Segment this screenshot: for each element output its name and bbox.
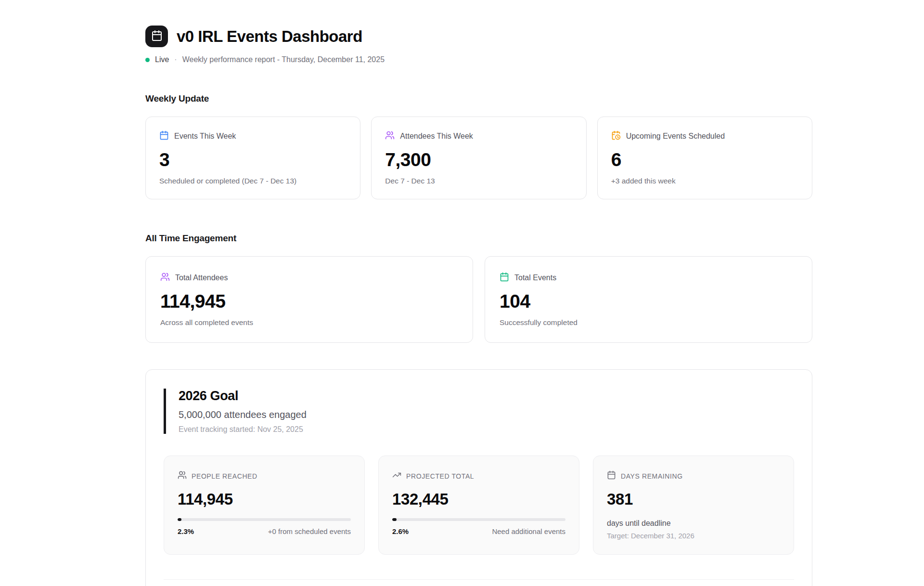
stat-label: DAYS REMAINING: [621, 472, 683, 480]
projected-total-card: PROJECTED TOTAL 132,445 2.6% Need additi…: [378, 456, 579, 555]
weekly-update-heading: Weekly Update: [145, 93, 812, 104]
days-until-deadline: days until deadline: [607, 519, 780, 528]
users-icon: [160, 272, 170, 284]
people-reached-card: PEOPLE REACHED 114,945 2.3% +0 from sche…: [164, 456, 365, 555]
goal-tracking-date: Event tracking started: Nov 25, 2025: [179, 425, 794, 434]
calendar-icon: [159, 130, 169, 142]
card-subtext: Across all completed events: [160, 318, 458, 327]
stat-label: PEOPLE REACHED: [192, 472, 257, 480]
card-subtext: +3 added this week: [611, 177, 798, 185]
card-value: 114,945: [160, 291, 458, 312]
deadline-target: Target: December 31, 2026: [607, 532, 780, 540]
goal-title: 2026 Goal: [179, 389, 794, 404]
card-value: 104: [500, 291, 797, 312]
card-subtext: Dec 7 - Dec 13: [385, 177, 572, 185]
card-value: 7,300: [385, 149, 572, 170]
trending-up-icon: [392, 470, 401, 482]
progress-bar: [392, 518, 565, 521]
card-label: Total Events: [514, 273, 556, 282]
weekly-cards-grid: Events This Week 3 Scheduled or complete…: [145, 117, 812, 199]
goal-card: 2026 Goal 5,000,000 attendees engaged Ev…: [145, 369, 812, 586]
page-title: v0 IRL Events Dashboard: [177, 27, 362, 46]
progress-note: Need additional events: [492, 527, 565, 535]
card-value: 3: [159, 149, 346, 170]
all-time-engagement-heading: All Time Engagement: [145, 233, 812, 244]
stat-value: 381: [607, 490, 780, 508]
days-remaining-card: DAYS REMAINING 381 days until deadline T…: [593, 456, 794, 555]
stat-label: PROJECTED TOTAL: [406, 472, 474, 480]
card-subtext: Scheduled or completed (Dec 7 - Dec 13): [159, 177, 346, 185]
upcoming-events-card: Upcoming Events Scheduled 6 +3 added thi…: [597, 117, 812, 199]
dashboard-page: v0 IRL Events Dashboard Live · Weekly pe…: [145, 0, 812, 586]
card-label: Events This Week: [174, 132, 236, 141]
app-logo: [145, 26, 168, 47]
card-subtext: Successfully completed: [500, 318, 797, 327]
all-time-cards-grid: Total Attendees 114,945 Across all compl…: [145, 256, 812, 343]
report-subtitle: Weekly performance report - Thursday, De…: [182, 55, 385, 64]
divider: [164, 579, 794, 580]
progress-bar: [178, 518, 351, 521]
progress-fill: [178, 518, 181, 521]
events-this-week-card: Events This Week 3 Scheduled or complete…: [145, 117, 360, 199]
calendar-icon: [607, 470, 616, 482]
goal-header: 2026 Goal 5,000,000 attendees engaged Ev…: [164, 389, 794, 434]
live-status-label: Live: [155, 55, 169, 64]
progress-fill: [392, 518, 397, 521]
goal-stats-grid: PEOPLE REACHED 114,945 2.3% +0 from sche…: [164, 456, 794, 555]
status-line: Live · Weekly performance report - Thurs…: [145, 55, 812, 64]
progress-note: +0 from scheduled events: [268, 527, 351, 535]
stat-value: 132,445: [392, 490, 565, 508]
stat-value: 114,945: [178, 490, 351, 508]
separator: ·: [174, 55, 177, 64]
total-events-card: Total Events 104 Successfully completed: [485, 256, 812, 343]
header: v0 IRL Events Dashboard: [145, 0, 812, 47]
card-label: Upcoming Events Scheduled: [626, 132, 725, 141]
attendees-this-week-card: Attendees This Week 7,300 Dec 7 - Dec 13: [371, 117, 586, 199]
progress-percent: 2.6%: [392, 527, 409, 535]
goal-target: 5,000,000 attendees engaged: [179, 409, 794, 420]
calendar-icon: [151, 30, 163, 43]
calendar-icon: [500, 272, 509, 284]
card-label: Total Attendees: [175, 273, 228, 282]
total-attendees-card: Total Attendees 114,945 Across all compl…: [145, 256, 473, 343]
users-icon: [178, 470, 187, 482]
live-dot-icon: [145, 58, 150, 62]
progress-percent: 2.3%: [178, 527, 194, 535]
calendar-clock-icon: [611, 130, 621, 142]
card-label: Attendees This Week: [400, 132, 473, 141]
card-value: 6: [611, 149, 798, 170]
users-icon: [385, 130, 395, 142]
